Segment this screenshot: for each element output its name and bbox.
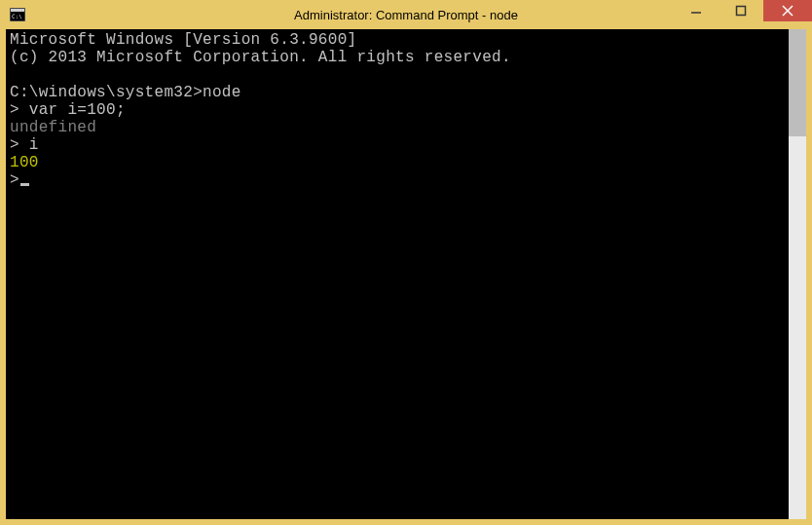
- svg-text:C:\: C:\: [12, 13, 22, 19]
- cursor-icon: [20, 183, 29, 186]
- minimize-button[interactable]: [674, 0, 719, 21]
- titlebar[interactable]: C:\ Administrator: Command Prompt - node: [0, 0, 812, 29]
- scrollbar[interactable]: [789, 29, 806, 519]
- terminal-input: node: [203, 84, 241, 101]
- window-controls: [674, 0, 812, 29]
- repl-prompt: >: [10, 136, 29, 154]
- svg-rect-4: [737, 7, 746, 16]
- command-prompt-window: C:\ Administrator: Command Prompt - node…: [0, 0, 812, 525]
- close-button[interactable]: [763, 0, 812, 21]
- repl-input: var i=100;: [29, 101, 126, 119]
- cmd-icon: C:\: [8, 5, 27, 24]
- repl-output: undefined: [10, 119, 96, 136]
- svg-rect-1: [11, 9, 24, 12]
- repl-input: i: [29, 136, 39, 154]
- content-wrapper: Microsoft Windows [Version 6.3.9600] (c)…: [0, 29, 812, 525]
- scrollbar-thumb[interactable]: [789, 29, 806, 136]
- terminal[interactable]: Microsoft Windows [Version 6.3.9600] (c)…: [6, 29, 789, 519]
- terminal-line: (c) 2013 Microsoft Corporation. All righ…: [10, 49, 511, 66]
- repl-output: 100: [10, 154, 39, 171]
- terminal-container: Microsoft Windows [Version 6.3.9600] (c)…: [6, 29, 806, 519]
- terminal-line: Microsoft Windows [Version 6.3.9600]: [10, 31, 356, 49]
- repl-prompt: >: [10, 101, 29, 119]
- maximize-button[interactable]: [719, 0, 763, 21]
- terminal-prompt: C:\windows\system32>: [10, 84, 203, 101]
- repl-prompt: >: [10, 171, 19, 189]
